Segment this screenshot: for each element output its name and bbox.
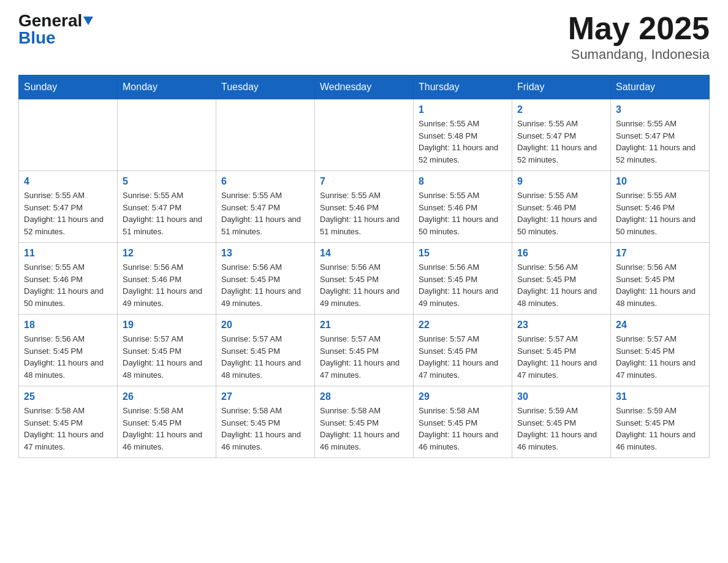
day-info: Sunrise: 5:56 AM Sunset: 5:45 PM Dayligh… [24,333,112,381]
calendar-cell: 21Sunrise: 5:57 AM Sunset: 5:45 PM Dayli… [315,315,414,386]
day-info: Sunrise: 5:55 AM Sunset: 5:46 PM Dayligh… [517,190,605,237]
day-number: 27 [221,391,309,402]
day-info: Sunrise: 5:58 AM Sunset: 5:45 PM Dayligh… [24,405,112,453]
day-info: Sunrise: 5:58 AM Sunset: 5:45 PM Dayligh… [123,405,211,453]
day-info: Sunrise: 5:56 AM Sunset: 5:45 PM Dayligh… [517,261,605,309]
week-row-2: 4Sunrise: 5:55 AM Sunset: 5:47 PM Daylig… [19,171,710,243]
calendar-cell: 6Sunrise: 5:55 AM Sunset: 5:47 PM Daylig… [216,171,315,243]
day-number: 30 [517,391,605,402]
calendar-cell: 4Sunrise: 5:55 AM Sunset: 5:47 PM Daylig… [19,171,118,243]
logo-triangle-icon [83,17,93,25]
day-info: Sunrise: 5:55 AM Sunset: 5:47 PM Dayligh… [123,190,211,237]
day-number: 21 [320,320,408,331]
column-header-saturday: Saturday [611,75,710,99]
calendar-cell: 27Sunrise: 5:58 AM Sunset: 5:45 PM Dayli… [216,386,315,458]
day-info: Sunrise: 5:57 AM Sunset: 5:45 PM Dayligh… [419,333,507,381]
day-info: Sunrise: 5:57 AM Sunset: 5:45 PM Dayligh… [123,333,211,381]
day-number: 31 [616,391,704,402]
day-info: Sunrise: 5:58 AM Sunset: 5:45 PM Dayligh… [419,405,507,453]
calendar-cell: 28Sunrise: 5:58 AM Sunset: 5:45 PM Dayli… [315,386,414,458]
day-number: 4 [24,176,112,187]
day-info: Sunrise: 5:59 AM Sunset: 5:45 PM Dayligh… [517,405,605,453]
day-number: 10 [616,176,704,187]
day-info: Sunrise: 5:55 AM Sunset: 5:47 PM Dayligh… [616,118,704,166]
day-number: 14 [320,248,408,259]
calendar-cell: 23Sunrise: 5:57 AM Sunset: 5:45 PM Dayli… [512,315,611,386]
day-number: 29 [419,391,507,402]
day-number: 6 [221,176,309,187]
day-info: Sunrise: 5:55 AM Sunset: 5:47 PM Dayligh… [24,190,112,237]
day-number: 5 [123,176,211,187]
day-info: Sunrise: 5:55 AM Sunset: 5:47 PM Dayligh… [517,118,605,166]
calendar-cell: 12Sunrise: 5:56 AM Sunset: 5:46 PM Dayli… [118,243,216,315]
week-row-4: 18Sunrise: 5:56 AM Sunset: 5:45 PM Dayli… [19,315,710,386]
calendar-cell: 11Sunrise: 5:55 AM Sunset: 5:46 PM Dayli… [19,243,118,315]
week-row-5: 25Sunrise: 5:58 AM Sunset: 5:45 PM Dayli… [19,386,710,458]
location-subtitle: Sumandang, Indonesia [568,47,710,63]
column-header-monday: Monday [118,75,216,99]
calendar-cell: 1Sunrise: 5:55 AM Sunset: 5:48 PM Daylig… [414,99,512,171]
calendar-cell [19,99,118,171]
logo-blue-text: Blue [18,29,56,47]
column-header-tuesday: Tuesday [216,75,315,99]
calendar-cell: 3Sunrise: 5:55 AM Sunset: 5:47 PM Daylig… [611,99,710,171]
day-info: Sunrise: 5:55 AM Sunset: 5:46 PM Dayligh… [419,190,507,237]
day-info: Sunrise: 5:57 AM Sunset: 5:45 PM Dayligh… [517,333,605,381]
day-number: 12 [123,248,211,259]
calendar-cell: 30Sunrise: 5:59 AM Sunset: 5:45 PM Dayli… [512,386,611,458]
day-info: Sunrise: 5:57 AM Sunset: 5:45 PM Dayligh… [616,333,704,381]
calendar-cell: 19Sunrise: 5:57 AM Sunset: 5:45 PM Dayli… [118,315,216,386]
calendar-cell: 9Sunrise: 5:55 AM Sunset: 5:46 PM Daylig… [512,171,611,243]
calendar-cell: 15Sunrise: 5:56 AM Sunset: 5:45 PM Dayli… [414,243,512,315]
day-number: 15 [419,248,507,259]
calendar-table: SundayMondayTuesdayWednesdayThursdayFrid… [18,75,710,458]
day-info: Sunrise: 5:59 AM Sunset: 5:45 PM Dayligh… [616,405,704,453]
calendar-cell [118,99,216,171]
day-number: 17 [616,248,704,259]
logo: General Blue [18,12,93,47]
calendar-cell: 17Sunrise: 5:56 AM Sunset: 5:45 PM Dayli… [611,243,710,315]
day-info: Sunrise: 5:55 AM Sunset: 5:46 PM Dayligh… [320,190,408,237]
day-number: 2 [517,104,605,115]
calendar-cell: 31Sunrise: 5:59 AM Sunset: 5:45 PM Dayli… [611,386,710,458]
column-header-thursday: Thursday [414,75,512,99]
calendar-cell: 14Sunrise: 5:56 AM Sunset: 5:45 PM Dayli… [315,243,414,315]
day-number: 28 [320,391,408,402]
calendar-cell [315,99,414,171]
calendar-cell [216,99,315,171]
day-number: 13 [221,248,309,259]
day-number: 3 [616,104,704,115]
month-title: May 2025 [568,12,710,44]
column-header-wednesday: Wednesday [315,75,414,99]
week-row-1: 1Sunrise: 5:55 AM Sunset: 5:48 PM Daylig… [19,99,710,171]
day-number: 9 [517,176,605,187]
title-section: May 2025 Sumandang, Indonesia [568,12,710,63]
column-header-friday: Friday [512,75,611,99]
calendar-cell: 7Sunrise: 5:55 AM Sunset: 5:46 PM Daylig… [315,171,414,243]
calendar-cell: 18Sunrise: 5:56 AM Sunset: 5:45 PM Dayli… [19,315,118,386]
day-info: Sunrise: 5:55 AM Sunset: 5:47 PM Dayligh… [221,190,309,237]
day-info: Sunrise: 5:56 AM Sunset: 5:46 PM Dayligh… [123,261,211,309]
calendar-cell: 26Sunrise: 5:58 AM Sunset: 5:45 PM Dayli… [118,386,216,458]
day-info: Sunrise: 5:58 AM Sunset: 5:45 PM Dayligh… [320,405,408,453]
calendar-cell: 10Sunrise: 5:55 AM Sunset: 5:46 PM Dayli… [611,171,710,243]
column-header-sunday: Sunday [19,75,118,99]
day-number: 24 [616,320,704,331]
day-info: Sunrise: 5:57 AM Sunset: 5:45 PM Dayligh… [221,333,309,381]
calendar-cell: 16Sunrise: 5:56 AM Sunset: 5:45 PM Dayli… [512,243,611,315]
day-info: Sunrise: 5:58 AM Sunset: 5:45 PM Dayligh… [221,405,309,453]
calendar-cell: 5Sunrise: 5:55 AM Sunset: 5:47 PM Daylig… [118,171,216,243]
calendar-cell: 29Sunrise: 5:58 AM Sunset: 5:45 PM Dayli… [414,386,512,458]
day-info: Sunrise: 5:56 AM Sunset: 5:45 PM Dayligh… [419,261,507,309]
day-info: Sunrise: 5:55 AM Sunset: 5:48 PM Dayligh… [419,118,507,166]
day-number: 20 [221,320,309,331]
calendar-cell: 25Sunrise: 5:58 AM Sunset: 5:45 PM Dayli… [19,386,118,458]
day-number: 25 [24,391,112,402]
day-number: 8 [419,176,507,187]
day-info: Sunrise: 5:56 AM Sunset: 5:45 PM Dayligh… [616,261,704,309]
day-number: 16 [517,248,605,259]
calendar-cell: 13Sunrise: 5:56 AM Sunset: 5:45 PM Dayli… [216,243,315,315]
day-info: Sunrise: 5:56 AM Sunset: 5:45 PM Dayligh… [221,261,309,309]
day-number: 23 [517,320,605,331]
day-number: 26 [123,391,211,402]
